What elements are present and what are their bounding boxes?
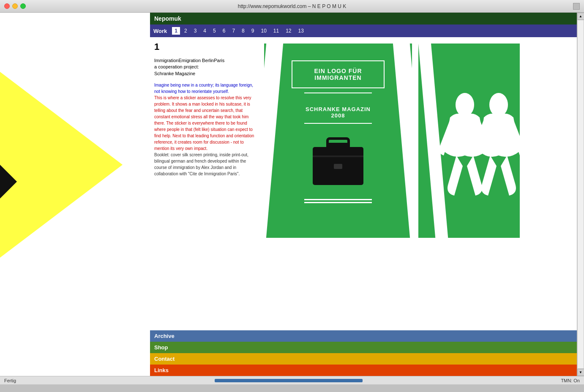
browser-title: http://www.nepomukworld.com – N E P O M … xyxy=(238,3,347,9)
nav-num-13[interactable]: 13 xyxy=(296,27,306,35)
nav-num-8[interactable]: 8 xyxy=(239,27,247,35)
nav-num-4[interactable]: 4 xyxy=(201,27,209,35)
site-header: Nepomuk xyxy=(150,13,577,24)
svg-point-7 xyxy=(456,93,474,117)
resize-button[interactable] xyxy=(573,3,580,10)
book-divider-line xyxy=(304,93,372,93)
description-blue: Imagine being new in a country; its lang… xyxy=(154,83,253,94)
close-button[interactable] xyxy=(4,3,10,9)
book-line-b2 xyxy=(304,202,372,203)
browser-chrome: http://www.nepomukworld.com – N E P O M … xyxy=(0,0,584,13)
footer-archive[interactable]: Archive xyxy=(150,330,577,342)
window-controls xyxy=(4,3,26,9)
site-name: Nepomuk xyxy=(154,15,181,22)
description-black: Booklet: cover silk screen printing, ins… xyxy=(154,152,248,176)
book-subtitle-line1: SCHRANKE MAGAZIN xyxy=(306,106,371,112)
project-line2: a cooperation project: xyxy=(154,64,199,69)
status-text: Fertig xyxy=(4,378,16,383)
project-line1: ImmigrationEmigration BerlinParis xyxy=(154,58,224,63)
nav-num-11[interactable]: 11 xyxy=(271,27,281,35)
left-decorative-area xyxy=(0,13,150,376)
book-content-wrapper: EIN LOGO FÜR IMMIGRANTEN SCHRANKE MAGAZI… xyxy=(273,52,404,229)
scroll-down-button[interactable]: ▼ xyxy=(577,369,584,376)
footer-shop[interactable]: Shop xyxy=(150,342,577,353)
nav-bar: Work 1 2 3 4 5 6 7 8 9 10 11 12 13 xyxy=(150,24,577,37)
footer-links[interactable]: Links xyxy=(150,365,577,376)
section-number: 1 xyxy=(154,41,256,52)
project-title: ImmigrationEmigration BerlinParis a coop… xyxy=(154,57,256,77)
contact-label: Contact xyxy=(154,356,175,362)
book-title-line2: IMMIGRANTEN xyxy=(314,74,361,81)
images-section: EIN LOGO FÜR IMMIGRANTEN SCHRANKE MAGAZI… xyxy=(264,41,573,326)
book-subtitle-line2: 2008 xyxy=(331,112,345,119)
nav-num-10[interactable]: 10 xyxy=(258,27,269,35)
main-content: 1 ImmigrationEmigration BerlinParis a co… xyxy=(150,37,577,330)
nav-num-5[interactable]: 5 xyxy=(210,27,218,35)
maximize-button[interactable] xyxy=(20,3,26,9)
book-line-b1 xyxy=(304,199,372,200)
nav-num-9[interactable]: 9 xyxy=(249,27,257,35)
description-red: This is where a sticker assesses to reso… xyxy=(154,95,254,151)
nav-num-6[interactable]: 6 xyxy=(220,27,228,35)
yellow-arrow-shape xyxy=(0,46,135,258)
status-right: TMN: On xyxy=(561,378,580,383)
svg-rect-6 xyxy=(313,155,363,157)
book-cover-2 xyxy=(418,44,532,238)
tmn-label: TMN: On xyxy=(561,378,580,383)
nav-work-label: Work xyxy=(153,28,167,34)
book-subtitle: SCHRANKE MAGAZIN 2008 xyxy=(306,106,371,119)
svg-point-8 xyxy=(489,93,508,117)
nav-num-1[interactable]: 1 xyxy=(172,27,180,35)
project-description: Imagine being new in a country; its lang… xyxy=(154,82,256,177)
scroll-track[interactable] xyxy=(577,20,584,369)
project-line3: Schranke Magazine xyxy=(154,71,195,76)
book-divider-line2 xyxy=(304,123,372,124)
progress-bar xyxy=(215,379,363,382)
shop-label: Shop xyxy=(154,344,168,351)
links-label: Links xyxy=(154,367,169,373)
svg-rect-5 xyxy=(334,164,342,169)
main-area: Nepomuk Work 1 2 3 4 5 6 7 8 9 10 11 12 … xyxy=(0,13,584,376)
book-lines-bottom xyxy=(304,199,372,203)
footer-contact[interactable]: Contact xyxy=(150,353,577,365)
nav-num-2[interactable]: 2 xyxy=(182,27,190,35)
svg-marker-0 xyxy=(0,72,123,258)
status-bar: Fertig TMN: On xyxy=(0,376,584,384)
suitcase-image xyxy=(304,132,372,193)
nav-num-3[interactable]: 3 xyxy=(191,27,199,35)
minimize-button[interactable] xyxy=(12,3,18,9)
scroll-up-button[interactable]: ▲ xyxy=(577,13,584,20)
book-cover-title: EIN LOGO FÜR IMMIGRANTEN xyxy=(292,60,385,88)
svg-rect-4 xyxy=(327,143,349,149)
nav-num-7[interactable]: 7 xyxy=(229,27,237,35)
book-title-line1: EIN LOGO FÜR xyxy=(314,68,362,74)
archive-label: Archive xyxy=(154,333,175,339)
silhouette-figures xyxy=(433,88,518,193)
scrollbar[interactable]: ▲ ▼ xyxy=(577,13,584,376)
text-section: 1 ImmigrationEmigration BerlinParis a co… xyxy=(154,41,256,326)
footer-nav: Archive Shop Contact Links xyxy=(150,330,577,376)
content-area: Nepomuk Work 1 2 3 4 5 6 7 8 9 10 11 12 … xyxy=(150,13,577,376)
nav-num-12[interactable]: 12 xyxy=(283,27,294,35)
book-cover-1: EIN LOGO FÜR IMMIGRANTEN SCHRANKE MAGAZI… xyxy=(264,44,412,238)
